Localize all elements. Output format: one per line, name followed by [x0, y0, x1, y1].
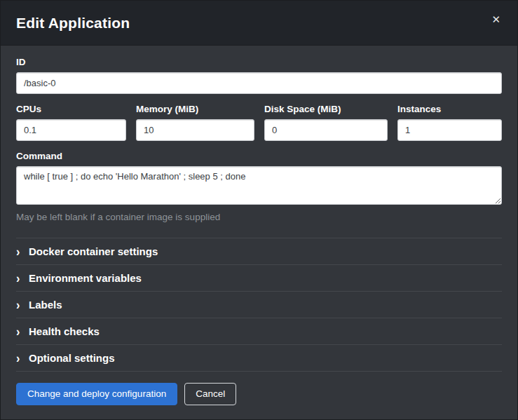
chevron-right-icon: ›: [16, 245, 29, 257]
memory-field-group: Memory (MiB): [136, 104, 254, 141]
command-label: Command: [16, 151, 502, 161]
disk-label: Disk Space (MiB): [264, 104, 388, 114]
cancel-button[interactable]: Cancel: [184, 383, 236, 405]
command-textarea[interactable]: while [ true ] ; do echo 'Hello Marathon…: [16, 166, 502, 205]
id-input[interactable]: [16, 72, 502, 94]
command-field-group: Command while [ true ] ; do echo 'Hello …: [16, 151, 502, 222]
memory-label: Memory (MiB): [136, 104, 254, 114]
section-label: Optional settings: [29, 352, 115, 364]
instances-label: Instances: [397, 104, 502, 114]
chevron-right-icon: ›: [16, 298, 29, 311]
chevron-right-icon: ›: [16, 325, 29, 337]
section-label: Health checks: [29, 325, 100, 337]
modal-body: ID CPUs Memory (MiB) Disk Space (MiB) In…: [1, 46, 517, 373]
section-labels[interactable]: › Labels: [16, 291, 502, 318]
section-label: Labels: [29, 299, 62, 311]
chevron-right-icon: ›: [16, 271, 29, 284]
section-optional-settings[interactable]: › Optional settings: [16, 344, 502, 372]
section-docker-container-settings[interactable]: › Docker container settings: [16, 238, 502, 264]
id-field-group: ID: [16, 57, 502, 94]
command-help-text: May be left blank if a container image i…: [16, 212, 502, 222]
memory-input[interactable]: [136, 119, 254, 141]
cpus-label: CPUs: [16, 104, 126, 114]
disk-input[interactable]: [264, 119, 388, 141]
edit-application-modal: Edit Application ✕ ID CPUs Memory (MiB) …: [0, 0, 518, 420]
modal-title: Edit Application: [16, 15, 130, 32]
resources-row: CPUs Memory (MiB) Disk Space (MiB) Insta…: [16, 104, 502, 141]
instances-input[interactable]: [397, 119, 502, 141]
modal-header: Edit Application ✕: [1, 1, 517, 46]
cpus-input[interactable]: [16, 119, 126, 141]
change-and-deploy-button[interactable]: Change and deploy configuration: [16, 383, 177, 405]
chevron-right-icon: ›: [16, 351, 29, 364]
section-health-checks[interactable]: › Health checks: [16, 318, 502, 344]
section-label: Docker container settings: [29, 245, 158, 257]
id-label: ID: [16, 57, 502, 67]
accordion-sections: › Docker container settings › Environmen…: [16, 238, 502, 372]
close-icon[interactable]: ✕: [490, 13, 502, 26]
instances-field-group: Instances: [397, 104, 502, 141]
modal-footer: Change and deploy configuration Cancel: [1, 373, 517, 419]
section-environment-variables[interactable]: › Environment variables: [16, 264, 502, 291]
section-label: Environment variables: [29, 272, 142, 284]
cpus-field-group: CPUs: [16, 104, 126, 141]
disk-field-group: Disk Space (MiB): [264, 104, 388, 141]
